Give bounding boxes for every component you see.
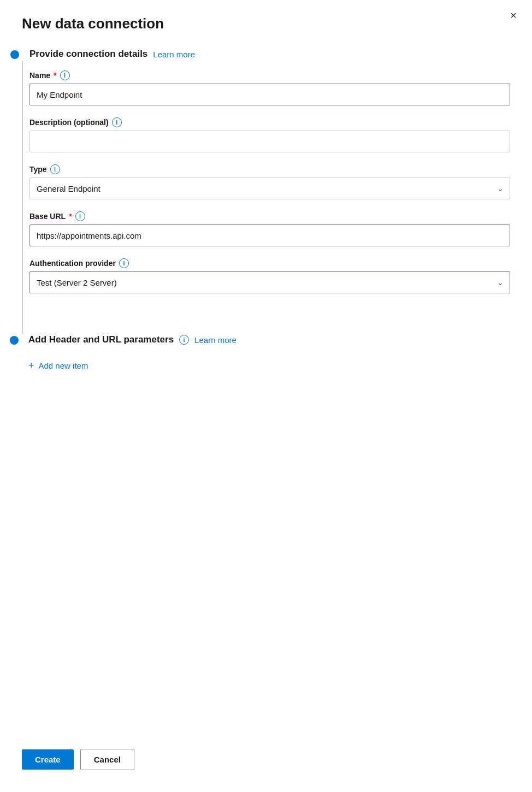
step2-dot — [10, 336, 19, 345]
step1-indicator — [22, 49, 23, 334]
footer-buttons: Create Cancel — [22, 749, 134, 770]
base-url-input[interactable] — [29, 224, 510, 246]
description-field-group: Description (optional) i — [29, 117, 510, 152]
base-url-required-star: * — [69, 212, 72, 221]
auth-provider-label: Authentication provider i — [29, 258, 510, 268]
name-required-star: * — [54, 71, 56, 80]
add-new-item-label: Add new item — [39, 361, 88, 370]
section1-content: Provide connection details Learn more Na… — [29, 49, 510, 311]
panel-title: New data connection — [22, 15, 510, 32]
name-input[interactable] — [29, 84, 510, 105]
section2-learn-more-link[interactable]: Learn more — [194, 335, 237, 345]
section1-learn-more-link[interactable]: Learn more — [153, 50, 195, 59]
type-label: Type i — [29, 164, 510, 174]
name-field-group: Name * i — [29, 70, 510, 105]
section2-info-icon[interactable]: i — [179, 335, 189, 345]
type-select[interactable]: General Endpoint REST API GraphQL — [29, 178, 510, 199]
base-url-label: Base URL * i — [29, 211, 510, 221]
section2-title: Add Header and URL parameters — [28, 334, 174, 345]
new-data-connection-panel: × New data connection Provide connection… — [0, 0, 532, 792]
name-info-icon[interactable]: i — [60, 70, 70, 80]
cancel-button[interactable]: Cancel — [80, 749, 134, 770]
section1-header: Provide connection details Learn more — [29, 49, 510, 60]
description-info-icon[interactable]: i — [112, 117, 122, 127]
section2-content: Add Header and URL parameters i Learn mo… — [28, 334, 510, 375]
base-url-info-icon[interactable]: i — [75, 211, 85, 221]
section2-header: Add Header and URL parameters i Learn mo… — [28, 334, 510, 345]
auth-provider-select[interactable]: Test (Server 2 Server) None OAuth2 — [29, 271, 510, 293]
type-info-icon[interactable]: i — [50, 164, 60, 174]
description-label: Description (optional) i — [29, 117, 510, 127]
step1-dot — [10, 50, 19, 59]
type-select-wrapper: General Endpoint REST API GraphQL ⌄ — [29, 178, 510, 199]
auth-provider-field-group: Authentication provider i Test (Server 2… — [29, 258, 510, 293]
base-url-field-group: Base URL * i — [29, 211, 510, 246]
auth-provider-select-wrapper: Test (Server 2 Server) None OAuth2 ⌄ — [29, 271, 510, 293]
description-input[interactable] — [29, 131, 510, 152]
step1-line — [22, 61, 23, 334]
create-button[interactable]: Create — [22, 749, 74, 770]
type-field-group: Type i General Endpoint REST API GraphQL… — [29, 164, 510, 199]
section1-title: Provide connection details — [29, 49, 147, 60]
close-button[interactable]: × — [510, 10, 517, 21]
auth-provider-info-icon[interactable]: i — [119, 258, 129, 268]
add-icon: + — [28, 360, 34, 370]
add-new-item-button[interactable]: + Add new item — [28, 356, 88, 375]
name-label: Name * i — [29, 70, 510, 80]
